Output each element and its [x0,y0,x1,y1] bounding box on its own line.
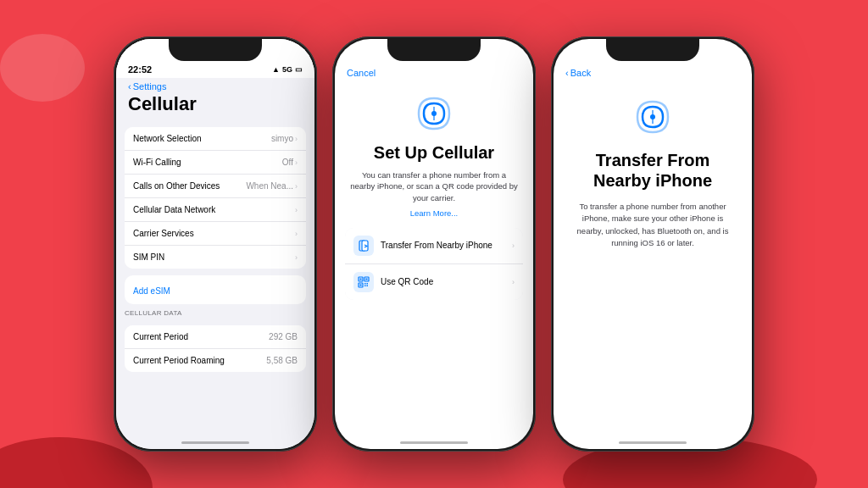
home-indicator-2 [400,441,468,444]
svg-rect-7 [360,278,362,280]
cellular-icon [335,97,533,136]
item-label: Current Period Roaming [133,356,225,365]
qr-label: Use QR Code [381,277,505,286]
transfer-desc: To transfer a phone number from another … [554,201,752,249]
status-icons: ▲ 5G ▭ [272,65,303,74]
item-label: Carrier Services [133,229,194,238]
settings-item-calls-other[interactable]: Calls on Other Devices When Nea... › [125,175,306,198]
svg-rect-10 [364,283,366,285]
item-label: SIM PIN [133,252,164,262]
item-value: Off › [282,158,298,167]
svg-rect-12 [364,285,366,286]
item-value: › [295,253,298,262]
settings-list-main: Network Selection simyo › Wi-Fi Calling … [125,127,306,269]
phone-3: ‹ Back Transfer FromNearby iPhone To tra… [551,36,754,452]
item-value: › [295,206,298,214]
svg-rect-13 [367,285,369,286]
setup-cellular-title: Set Up Cellular [335,142,533,163]
settings-back-link[interactable]: ‹ Settings [128,81,303,92]
back-label: Back [570,68,591,78]
settings-item-current-period-roaming[interactable]: Current Period Roaming 5,58 GB [125,349,306,372]
home-indicator-1 [181,441,249,444]
item-label: Cellular Data Network [133,205,215,214]
item-value: 292 GB [269,332,298,341]
back-label: Settings [133,81,167,92]
phone1-header: ‹ Settings Cellular [116,78,314,120]
transfer-icon [353,236,374,256]
item-label: Calls on Other Devices [133,181,220,191]
add-esim-section[interactable]: Add eSIM [125,275,306,304]
back-button[interactable]: ‹ Back [554,63,752,83]
settings-item-current-period[interactable]: Current Period 292 GB [125,325,306,349]
notch-2 [387,39,481,61]
home-indicator-3 [619,441,687,444]
svg-rect-9 [360,284,362,286]
item-label: Wi-Fi Calling [133,158,181,167]
transfer-label: Transfer From Nearby iPhone [381,241,505,250]
item-value: 5,58 GB [266,356,298,365]
settings-item-wifi-calling[interactable]: Wi-Fi Calling Off › [125,151,306,175]
chevron-back-icon: ‹ [565,68,569,78]
settings-list-data: Current Period 292 GB Current Period Roa… [125,325,306,372]
settings-item-carrier[interactable]: Carrier Services › [125,222,306,246]
add-esim-label: Add eSIM [133,286,170,296]
option-qr[interactable]: Use QR Code › [345,264,523,300]
phone-2: Cancel Set Up Cellular You can transfer … [332,36,536,452]
option-chevron: › [512,241,515,250]
status-time: 22:52 [128,64,152,75]
notch-1 [169,39,262,61]
option-chevron-qr: › [512,278,515,286]
phones-container: 22:52 ▲ 5G ▭ ‹ Settings Cellular [114,36,754,452]
item-value: When Nea... › [246,181,298,191]
settings-item-network[interactable]: Network Selection simyo › [125,127,306,151]
network-label: 5G [282,65,292,74]
chevron-left-icon: ‹ [128,81,131,92]
cancel-button[interactable]: Cancel [335,63,533,83]
phone-1: 22:52 ▲ 5G ▭ ‹ Settings Cellular [114,36,317,452]
item-value: simyo › [271,134,298,143]
notch-3 [606,39,699,61]
screen-1: 22:52 ▲ 5G ▭ ‹ Settings Cellular [116,39,314,449]
settings-item-data-network[interactable]: Cellular Data Network › [125,198,306,222]
battery-icon: ▭ [295,65,303,74]
setup-cellular-desc: You can transfer a phone number from a n… [335,169,533,203]
settings-item-sim-pin[interactable]: SIM PIN › [125,246,306,269]
cellular-data-section-label: CELLULAR DATA [116,304,314,319]
learn-more-link[interactable]: Learn More... [335,208,533,218]
signal-icon: ▲ [272,65,280,74]
bg-cloud [0,34,85,102]
item-label: Current Period [133,332,188,341]
screen-3: ‹ Back Transfer FromNearby iPhone To tra… [554,39,752,449]
item-value: › [295,230,298,238]
screen-2: Cancel Set Up Cellular You can transfer … [335,39,533,449]
transfer-title: Transfer FromNearby iPhone [554,150,752,191]
svg-rect-11 [367,283,369,285]
setup-options: Transfer From Nearby iPhone › [345,228,523,300]
svg-rect-8 [366,278,368,280]
qr-icon [353,272,374,292]
item-label: Network Selection [133,134,202,143]
option-transfer[interactable]: Transfer From Nearby iPhone › [345,228,523,264]
transfer-cellular-icon [554,100,752,141]
cellular-title: Cellular [128,93,303,115]
